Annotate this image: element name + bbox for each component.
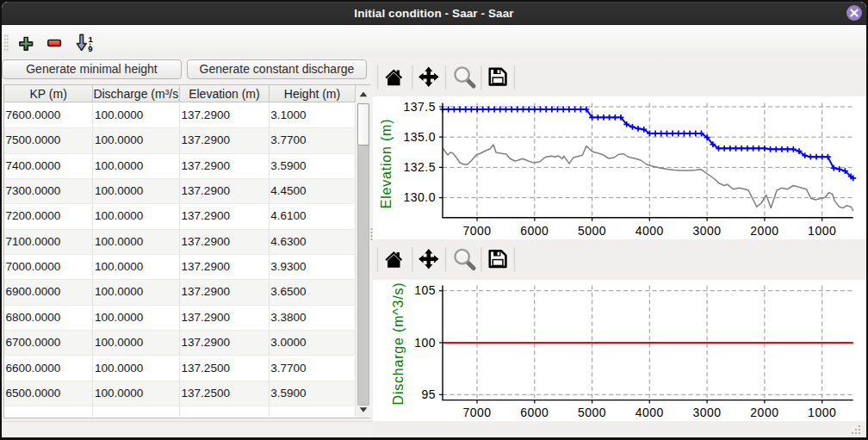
- svg-text:105: 105: [414, 283, 436, 297]
- svg-text:100: 100: [414, 336, 436, 350]
- svg-text:132.5: 132.5: [403, 160, 436, 174]
- svg-text:2000: 2000: [750, 224, 778, 238]
- svg-text:1000: 1000: [808, 406, 836, 419]
- svg-text:4000: 4000: [636, 224, 664, 238]
- svg-text:7000: 7000: [462, 224, 491, 238]
- svg-text:5000: 5000: [578, 224, 606, 238]
- svg-text:Elevation (m): Elevation (m): [379, 119, 394, 209]
- svg-text:6000: 6000: [520, 406, 549, 419]
- svg-text:1000: 1000: [808, 224, 836, 238]
- svg-text:137.5: 137.5: [403, 100, 436, 114]
- svg-text:5000: 5000: [578, 406, 606, 419]
- svg-text:95: 95: [421, 387, 436, 401]
- svg-text:7000: 7000: [462, 406, 491, 419]
- svg-text:3000: 3000: [693, 406, 722, 419]
- svg-text:3000: 3000: [693, 224, 722, 238]
- svg-text:4000: 4000: [636, 406, 664, 419]
- svg-text:6000: 6000: [520, 224, 549, 238]
- svg-text:130.0: 130.0: [403, 190, 436, 204]
- svg-text:135.0: 135.0: [403, 130, 436, 144]
- svg-text:Discharge (m^3/s): Discharge (m^3/s): [391, 282, 406, 406]
- svg-text:2000: 2000: [750, 406, 778, 419]
